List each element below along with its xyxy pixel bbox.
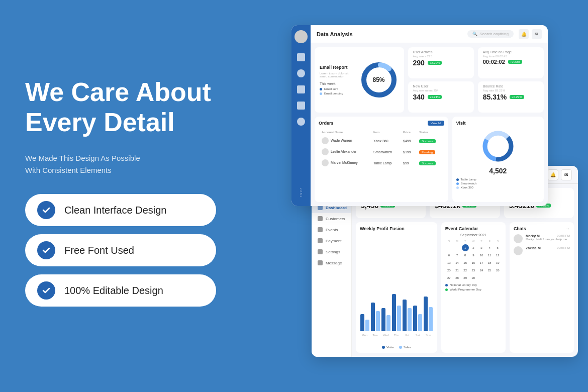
bar-day-label: Tue bbox=[373, 334, 378, 337]
sales-bar bbox=[365, 320, 369, 331]
chat-item[interactable]: Marky M 09:06 PM Marky : Hello! can you … bbox=[514, 234, 570, 243]
calendar-day[interactable]: 6 bbox=[445, 252, 452, 259]
stat-badge-0: +2.23% bbox=[428, 61, 442, 65]
bar-legend-visits: Visite bbox=[382, 346, 394, 349]
calendar-day bbox=[494, 274, 501, 281]
sales-dot bbox=[399, 346, 402, 349]
dash-search[interactable]: 🔍 Search anything bbox=[467, 30, 514, 38]
chats-header: Chats → bbox=[514, 226, 570, 231]
calendar-day[interactable]: 25 bbox=[486, 267, 493, 274]
nav-item-payment[interactable]: Payment bbox=[312, 235, 351, 246]
visit-legend-1: Table Lamp bbox=[456, 178, 540, 181]
bottom-mail-icon[interactable]: ✉ bbox=[561, 169, 572, 180]
stat-badge-2: +0.23% bbox=[508, 60, 523, 64]
stat-value-1: 340 bbox=[413, 93, 425, 101]
sidebar-gear-icon[interactable] bbox=[297, 118, 305, 126]
order-account: Leslie Alexander bbox=[320, 147, 370, 157]
calendar-day-header: T bbox=[477, 239, 485, 244]
check-icon-1 bbox=[37, 201, 55, 219]
mail-icon[interactable]: ✉ bbox=[532, 29, 542, 39]
stats-col-1: User Actives Avg.users 235 290 +2.23% Ne… bbox=[408, 47, 474, 113]
nav-item-events[interactable]: Events bbox=[312, 224, 351, 235]
sub-text: We Made This Design As Possible With Con… bbox=[25, 152, 256, 176]
calendar-day[interactable]: 14 bbox=[453, 259, 460, 266]
chats-more-icon[interactable]: → bbox=[565, 226, 570, 231]
calendar-day[interactable]: 12 bbox=[494, 252, 501, 259]
sidebar-chart-icon[interactable] bbox=[297, 102, 305, 110]
top-sidebar: v 2.8.1 bbox=[291, 25, 311, 206]
nav-item-settings[interactable]: Settings bbox=[312, 246, 351, 257]
calendar-day[interactable]: 19 bbox=[494, 259, 501, 266]
calendar-day[interactable]: 27 bbox=[445, 274, 452, 281]
legend-item-2: Email pending bbox=[320, 92, 355, 95]
chat-name: Marky M bbox=[526, 234, 540, 238]
chat-item[interactable]: Zakiat. M 09:06 PM bbox=[514, 246, 570, 255]
visit-value: 4,502 bbox=[456, 167, 540, 175]
calendar-day[interactable]: 28 bbox=[453, 274, 460, 281]
calendar-events: National Library DayWorld Programmer Day bbox=[445, 283, 502, 292]
legend-dot-2 bbox=[320, 92, 322, 95]
calendar-day[interactable]: 16 bbox=[470, 259, 477, 266]
visit-bar bbox=[424, 297, 428, 331]
view-all-button[interactable]: View All bbox=[428, 121, 444, 126]
email-week: This week bbox=[320, 82, 355, 85]
email-legend: Email sent Email pending bbox=[320, 87, 355, 95]
chat-name-row: Zakiat. M 09:06 PM bbox=[526, 246, 570, 250]
calendar-day[interactable]: 3 bbox=[478, 244, 485, 251]
bar-day-label: Mon bbox=[362, 334, 368, 337]
chat-avatar bbox=[514, 246, 523, 255]
calendar-day[interactable]: 11 bbox=[486, 252, 493, 259]
bell-icon[interactable]: 🔔 bbox=[519, 29, 529, 39]
calendar-day[interactable]: 24 bbox=[478, 267, 485, 274]
feature-label-3: 100% Editable Design bbox=[64, 285, 163, 297]
message-nav-icon bbox=[318, 260, 323, 265]
calendar-day[interactable]: 17 bbox=[478, 259, 485, 266]
main-heading: We Care About Every Detail bbox=[25, 77, 256, 138]
stat-row-1: 340 +1.21% bbox=[413, 93, 469, 101]
donut-label: 85% bbox=[372, 76, 384, 83]
sidebar-calendar-icon[interactable] bbox=[297, 85, 305, 93]
sales-bar bbox=[386, 315, 390, 331]
calendar-day[interactable]: 8 bbox=[462, 252, 469, 259]
sales-bar bbox=[429, 307, 433, 331]
orders-row: Orders View All Account Name Item Price … bbox=[315, 117, 544, 202]
calendar-day[interactable]: 2 bbox=[470, 244, 477, 251]
calendar-day[interactable]: 13 bbox=[445, 259, 452, 266]
calendar-event-item: World Programmer Day bbox=[445, 288, 502, 291]
visit-card: Visit 4,502 Table Lamp bbox=[452, 117, 544, 202]
chat-name-row: Marky M 09:06 PM bbox=[526, 234, 570, 238]
chats-card: Chats → Marky M 09:06 PM Marky : Hello! … bbox=[510, 222, 574, 353]
sidebar-user-icon[interactable] bbox=[297, 69, 305, 77]
calendar-day[interactable]: 20 bbox=[445, 267, 452, 274]
calendar-day[interactable]: 22 bbox=[462, 267, 469, 274]
calendar-day[interactable]: 7 bbox=[453, 252, 460, 259]
bar-day-label: Sun bbox=[426, 334, 431, 337]
stat-value-2: 00:02:02 bbox=[483, 59, 505, 65]
chat-message: Marky : Hello! can you help me... bbox=[526, 238, 570, 241]
calendar-day[interactable]: 1 bbox=[462, 244, 469, 251]
calendar-day[interactable]: 5 bbox=[494, 244, 501, 251]
top-dash-header: Data Analysis 🔍 Search anything 🔔 ✉ bbox=[311, 25, 548, 43]
chat-avatar bbox=[514, 234, 523, 243]
email-card-text: Email Report Lorem ipsum dolor sit amet,… bbox=[320, 65, 355, 95]
bottom-bell-icon[interactable]: 🔔 bbox=[547, 169, 558, 180]
search-icon: 🔍 bbox=[472, 32, 477, 36]
nav-item-customers[interactable]: Customers bbox=[312, 213, 351, 224]
nav-item-message[interactable]: Message bbox=[312, 257, 351, 268]
calendar-day[interactable]: 10 bbox=[478, 252, 485, 259]
visit-bar bbox=[413, 306, 417, 331]
calendar-day[interactable]: 26 bbox=[494, 267, 501, 274]
calendar-day[interactable]: 23 bbox=[470, 267, 477, 274]
calendar-day[interactable]: 18 bbox=[486, 259, 493, 266]
sidebar-grid-icon[interactable] bbox=[297, 53, 305, 61]
stat-sub-0: Avg.users 235 bbox=[413, 55, 469, 58]
calendar-day[interactable]: 9 bbox=[470, 252, 477, 259]
event-dot bbox=[445, 284, 448, 286]
calendar-day[interactable]: 15 bbox=[462, 259, 469, 266]
order-status: Success bbox=[417, 158, 443, 168]
calendar-day[interactable]: 29 bbox=[462, 274, 469, 281]
calendar-day[interactable]: 30 bbox=[470, 274, 477, 281]
calendar-card: Event Calendar September 2021 SMTWTFS123… bbox=[441, 222, 506, 353]
calendar-day[interactable]: 21 bbox=[453, 267, 460, 274]
calendar-day[interactable]: 4 bbox=[486, 244, 493, 251]
